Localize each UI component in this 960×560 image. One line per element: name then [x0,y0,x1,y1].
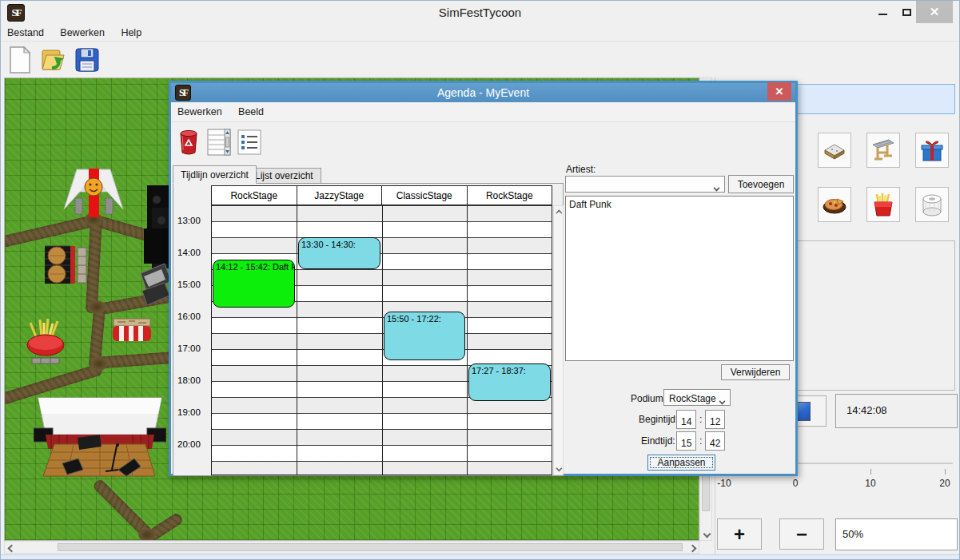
ruler-label: -10 [717,478,731,489]
maximize-icon [902,9,911,16]
scroll-right-arrow[interactable] [686,542,699,554]
podium-label: Podium: [631,393,666,404]
minimize-button[interactable] [870,1,894,23]
event-block[interactable]: 15:50 - 17:22: [384,312,465,360]
striped-stand[interactable] [111,318,153,345]
tent[interactable] [61,163,126,219]
end-minute-field[interactable] [705,431,725,451]
event-block-selected[interactable]: 14:12 - 15:42: Daft Punk [213,260,295,308]
tab-lijst-overzicht[interactable]: Lijst overzicht [247,168,321,184]
time-label: 17:00 [177,344,201,353]
main-window: SF SimFestTycoon ✕ Bestand Bewerken Help [0,0,960,560]
podium-combobox-value: RockStage [664,390,721,407]
artist-list-item[interactable]: Daft Punk [569,199,790,210]
item-button-road[interactable] [818,133,851,168]
close-button[interactable]: ✕ [916,1,953,23]
agenda-dialog: SF Agenda - MyEvent ✕ Bewerken Beeld [169,81,798,476]
stage-column-header: ClassicStage [382,186,468,205]
burger-stand[interactable] [43,244,88,286]
open-file-button[interactable] [39,45,68,74]
zoom-level-field[interactable]: 50% [835,518,958,550]
chevron-left-icon [7,544,15,552]
main-stage[interactable] [34,396,166,489]
scrollbar-thumb[interactable] [58,543,683,551]
time-label: 20:00 [177,439,201,449]
dialog-titlebar[interactable]: SF Agenda - MyEvent ✕ [171,83,795,102]
dialog-title: Agenda - MyEvent [171,86,795,99]
save-file-icon [75,48,99,72]
scroll-up-arrow[interactable] [554,208,564,218]
toilet-paper-icon [921,193,943,216]
artist-list[interactable]: Daft Punk [565,196,794,361]
timeline-view-icon [207,128,231,157]
add-artist-button[interactable]: Toevoegen [728,175,794,193]
apply-button[interactable]: Aanpassen [647,455,715,471]
stage-column-header: JazzyStage [297,186,383,205]
stage-column-header: RockStage [212,186,297,205]
close-icon: ✕ [930,5,940,19]
time-label: 18:00 [177,375,201,385]
end-hour-field[interactable] [676,431,696,451]
maximize-button[interactable] [894,1,918,23]
road-tile-icon [823,140,846,161]
ruler-tick [945,469,946,475]
time-colon: : [699,435,702,447]
artist-combobox[interactable] [565,176,725,193]
schedule-header: RockStage JazzyStage ClassicStage RockSt… [211,185,552,205]
item-button-stage-frame[interactable] [866,133,900,168]
artist-label: Artiest: [566,164,596,175]
chevron-down-icon [556,465,562,471]
new-file-button[interactable] [6,45,34,74]
end-time-label: Eindtijd: [641,435,675,447]
timeline-panel: 13:00 14:00 15:00 16:00 17:00 18:00 19:0… [173,183,564,476]
grid-column-line [467,205,468,475]
item-button-gift[interactable] [915,133,949,168]
dialog-menubar: Bewerken Beeld [171,102,795,122]
list-view-icon [237,129,261,155]
remove-button[interactable]: Verwijderen [721,364,790,380]
artist-combobox-value [566,179,576,185]
zoom-out-button[interactable]: − [779,518,824,550]
time-label: 19:00 [177,407,201,417]
menu-bestand[interactable]: Bestand [1,25,50,41]
delete-event-button[interactable] [174,126,203,158]
schedule-scrollbar[interactable] [553,205,564,475]
time-colon: : [699,414,702,425]
tab-tijdlijn-overzicht[interactable]: Tijdlijn overzicht [173,165,257,184]
zoom-in-button[interactable]: + [717,518,762,550]
schedule-grid[interactable]: 13:30 - 14:30: 14:12 - 15:42: Daft Punk … [211,205,552,475]
save-file-button[interactable] [73,45,102,74]
begin-minute-field[interactable] [705,410,725,429]
scroll-left-arrow[interactable] [5,542,18,554]
timeline-view-button[interactable] [205,126,233,158]
podium-combobox[interactable]: RockStage [663,389,731,406]
ruler-tick [870,469,871,475]
dialog-menu-bewerken[interactable]: Bewerken [171,102,229,121]
dialog-menu-beeld[interactable]: Beeld [232,102,270,121]
time-label: 16:00 [177,312,201,321]
begin-time-label: Begintijd: [639,414,678,425]
trash-bin-icon [178,129,199,155]
menu-bewerken[interactable]: Bewerken [54,25,111,41]
scroll-down-arrow[interactable] [700,527,713,540]
chevron-down-icon [703,530,711,538]
scroll-down-arrow[interactable] [554,463,564,474]
menu-help[interactable]: Help [114,25,148,41]
open-file-icon [41,47,66,73]
dialog-close-button[interactable]: ✕ [767,82,791,101]
status-strip [1,554,960,560]
chevron-right-icon [688,544,696,552]
list-view-button[interactable] [235,126,264,158]
begin-hour-field[interactable] [676,410,696,429]
map-horizontal-scrollbar[interactable] [4,541,699,554]
gift-icon [920,138,944,162]
item-button-fries[interactable] [866,187,900,222]
item-button-pizza[interactable] [818,187,851,222]
minimize-icon [878,14,887,15]
item-button-toilet-paper[interactable] [915,187,949,222]
fries-stand[interactable] [24,316,69,366]
event-block[interactable]: 17:27 - 18:37: [468,363,551,401]
event-block[interactable]: 13:30 - 14:30: [298,237,380,269]
dialog-toolbar [171,122,795,164]
ruler-label: 0 [793,478,799,489]
